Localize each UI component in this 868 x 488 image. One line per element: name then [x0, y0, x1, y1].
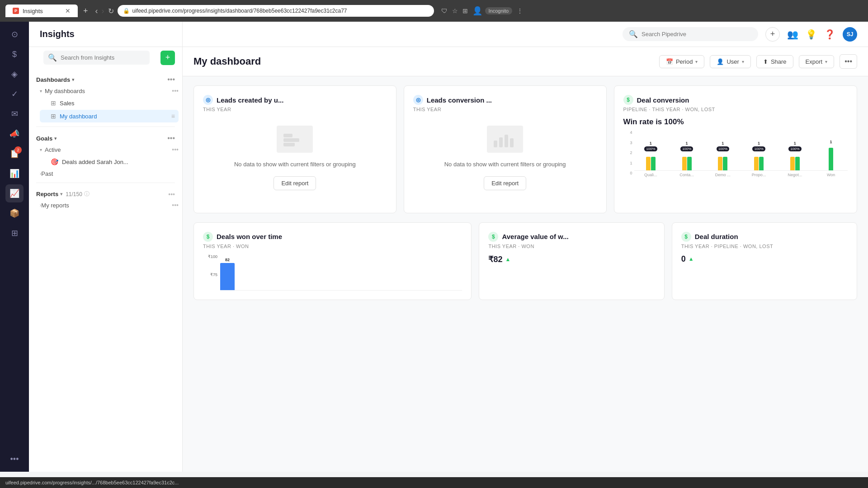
nav-deals[interactable]: ◈	[5, 65, 24, 83]
search-bar[interactable]: 🔍	[43, 51, 150, 65]
dashboards-arrow-icon: ▾	[72, 77, 75, 83]
profile-area[interactable]: 👤 Incognito	[472, 6, 513, 16]
deal-duration-card: $ Deal duration THIS YEAR · PIPELINE · W…	[672, 222, 857, 300]
nav-more[interactable]: •••	[5, 450, 24, 468]
bookmark-icon[interactable]: ☆	[452, 7, 458, 14]
svg-rect-3	[494, 141, 497, 147]
dashboard-grid: ◎ Leads created by u... THIS YEAR No dat…	[183, 76, 868, 222]
extension-icon[interactable]: 🛡	[441, 7, 448, 14]
sidebar-item-my-dashboard[interactable]: ⊞ My dashboard ≡	[40, 110, 179, 122]
nav-products[interactable]: 📦	[5, 204, 24, 222]
goals-more-icon[interactable]: •••	[167, 134, 175, 142]
my-dashboards-more-icon[interactable]: •••	[172, 87, 179, 94]
my-reports-more-icon[interactable]: •••	[172, 202, 179, 209]
user-avatar[interactable]: SJ	[843, 27, 857, 42]
period-arrow-icon: ▾	[695, 59, 698, 64]
topbar-search-input[interactable]	[642, 31, 723, 38]
drag-handle-icon[interactable]: ≡	[171, 113, 175, 120]
nav-activities[interactable]: ✓	[5, 85, 24, 103]
my-dashboards-subsection: ▾ My dashboards ••• ⊞ Sales ⊞ My dashboa…	[29, 85, 182, 123]
my-dashboards-arrow-icon: ▾	[40, 89, 42, 94]
icon-sidebar: ⊙ $ ◈ ✓ ✉ 📣 📋 2 📊 📈 📦 ⊞ •••	[0, 22, 29, 472]
past-header[interactable]: › Past	[36, 169, 182, 179]
search-input[interactable]	[61, 54, 145, 61]
past-label: Past	[41, 170, 53, 177]
new-tab-button[interactable]: +	[83, 6, 88, 16]
my-reports-subsection: › My reports •••	[29, 200, 182, 211]
y-label-3: 3	[623, 141, 632, 145]
sidebar-item-deals-added[interactable]: 🎯 Deals added Sarah Jon...	[40, 155, 179, 168]
bottom-row: $ Deals won over time THIS YEAR · WON ₹1…	[183, 222, 868, 309]
my-dashboards-header[interactable]: ▾ My dashboards •••	[36, 85, 182, 96]
add-dashboard-button[interactable]: +	[160, 51, 175, 65]
leads-conversion-edit-button[interactable]: Edit report	[484, 176, 526, 190]
sidebar-icon[interactable]: ⊞	[462, 7, 468, 14]
reports-more-icon[interactable]: •••	[168, 191, 175, 198]
nav-reports[interactable]: 📊	[5, 164, 24, 183]
win-rate-text: Win rate is 100%	[623, 117, 848, 127]
topbar-add-button[interactable]: +	[765, 27, 780, 42]
my-reports-header[interactable]: › My reports •••	[36, 200, 182, 211]
tab-title: Insights	[23, 8, 43, 14]
tab-favicon: P	[13, 8, 19, 14]
x-axis-labels: Quali... Conta... Demo ... Propo... Nego…	[634, 173, 848, 177]
nav-home[interactable]: ⊙	[5, 25, 24, 43]
avg-value-title: $ Average value of w...	[488, 232, 655, 242]
nav-forward: ›	[102, 6, 104, 16]
tab-close-button[interactable]: ✕	[65, 7, 71, 14]
incognito-badge: Incognito	[485, 7, 513, 14]
sales-label: Sales	[60, 100, 75, 107]
dashboards-section-header[interactable]: Dashboards ▾ •••	[29, 72, 182, 85]
browser-tab[interactable]: P Insights ✕	[5, 5, 78, 17]
deal-duration-subtitle: THIS YEAR · PIPELINE · WON, LOST	[681, 244, 848, 249]
more-options-button[interactable]: •••	[840, 54, 857, 69]
dashboard-header: My dashboard 📅 Period ▾ 👤 User ▾ ⬆ Share…	[183, 47, 868, 76]
notification-badge: 2	[14, 146, 22, 154]
active-header[interactable]: ▾ Active •••	[36, 144, 182, 155]
topbar-search-icon: 🔍	[629, 30, 638, 38]
avg-value-icon: $	[488, 232, 498, 242]
goals-label: Goals	[36, 135, 52, 142]
nav-insights[interactable]: 📈	[5, 184, 24, 202]
deal-duration-title: $ Deal duration	[681, 232, 848, 242]
export-button[interactable]: Export ▾	[799, 55, 835, 68]
bar-group-1: 1 100%	[634, 141, 668, 170]
active-label: Active	[45, 146, 61, 153]
dashboards-more-icon[interactable]: •••	[167, 75, 175, 84]
topbar-help-icon[interactable]: ❓	[824, 29, 835, 40]
topbar-bulb-icon[interactable]: 💡	[806, 29, 817, 40]
topbar-search-bar[interactable]: 🔍	[623, 27, 758, 41]
bar-yellow-2	[682, 157, 687, 170]
goals-section-header[interactable]: Goals ▾ •••	[29, 131, 182, 144]
nav-notifications[interactable]: 📋 2	[5, 145, 24, 163]
deals-target-icon: 🎯	[51, 158, 58, 165]
menu-icon[interactable]: ⋮	[517, 7, 523, 14]
nav-back[interactable]: ‹	[95, 6, 98, 16]
nav-marketplace[interactable]: ⊞	[5, 224, 24, 242]
deals-won-title: $ Deals won over time	[203, 232, 462, 242]
user-button[interactable]: 👤 User ▾	[710, 55, 750, 68]
sidebar-item-sales[interactable]: ⊞ Sales	[40, 97, 179, 109]
app-title: Insights	[40, 29, 75, 39]
deals-bars-area: 82	[220, 254, 462, 291]
past-subsection: › Past	[29, 169, 182, 179]
avg-value-metric-row: ₹82 ▲	[488, 254, 655, 264]
active-more-icon[interactable]: •••	[172, 146, 179, 153]
nav-mail[interactable]: ✉	[5, 105, 24, 123]
avg-value-metric: ₹82	[488, 254, 502, 264]
leads-created-edit-button[interactable]: Edit report	[274, 176, 316, 190]
topbar-users-icon[interactable]: 👥	[787, 29, 798, 40]
leads-created-icon: ◎	[203, 95, 213, 105]
dashboard-title: My dashboard	[193, 56, 654, 67]
y-axis-labels: 4 3 2 1 0	[623, 130, 632, 175]
nav-refresh[interactable]: ↻	[108, 7, 114, 15]
nav-campaigns[interactable]: 📣	[5, 125, 24, 143]
search-row: 🔍 +	[29, 47, 182, 72]
period-button[interactable]: 📅 Period ▾	[659, 55, 705, 68]
nav-contacts[interactable]: $	[5, 45, 24, 63]
dashboards-label: Dashboards	[36, 76, 70, 83]
share-button[interactable]: ⬆ Share	[756, 55, 793, 68]
reports-info-icon[interactable]: ⓘ	[84, 190, 90, 198]
user-label: User	[726, 58, 739, 65]
address-bar[interactable]: 🔒 uifeed.pipedrive.com/progress/insights…	[118, 5, 434, 17]
